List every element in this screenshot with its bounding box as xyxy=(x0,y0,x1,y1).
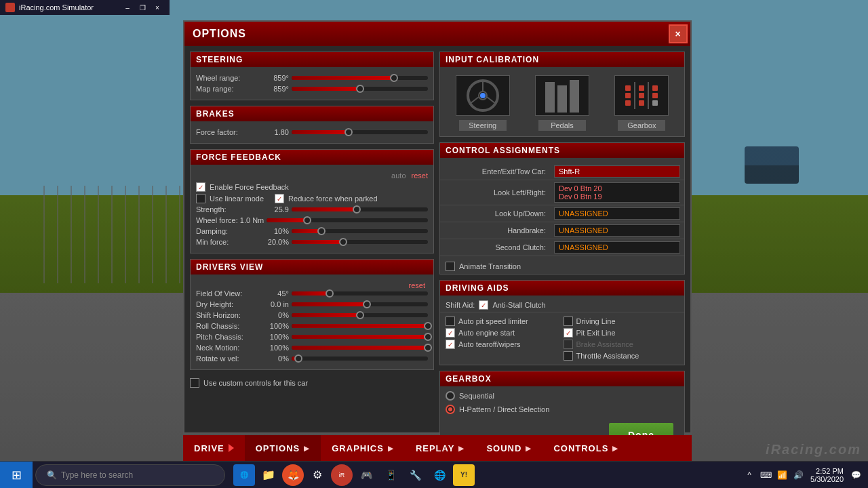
taskbar-icon-6[interactable]: 📱 xyxy=(380,464,401,486)
options-title: OPTIONS xyxy=(193,28,246,40)
wheel-force-slider[interactable] xyxy=(267,218,428,222)
pedal-bar-1 xyxy=(545,82,555,113)
start-icon: ⊞ xyxy=(12,468,22,483)
taskbar-icon-3[interactable]: 🦊 xyxy=(282,464,304,486)
drivers-view-reset[interactable]: reset xyxy=(196,281,428,289)
map-range-row: Map range: 859° xyxy=(196,85,428,93)
nav-graphics[interactable]: GRAPHICS ▶ xyxy=(321,435,405,461)
roll-chassis-value: 100% xyxy=(263,322,289,330)
nav-controls[interactable]: CONTROLS ▶ xyxy=(542,435,629,461)
taskbar-icon-1[interactable]: 🌐 xyxy=(233,464,255,486)
pitch-chassis-label: Pitch Chassis: xyxy=(196,333,260,341)
brake-assist-checkbox[interactable] xyxy=(564,340,573,349)
system-tray: ^ ⌨ 📶 🔊 xyxy=(743,468,805,482)
sequential-label: Sequential xyxy=(459,392,494,400)
pitch-chassis-slider[interactable] xyxy=(292,335,428,339)
nav-graphics-label: GRAPHICS xyxy=(332,443,384,453)
throttle-assist-checkbox[interactable] xyxy=(564,351,573,361)
assignment-label-4: Handbrake: xyxy=(440,222,550,239)
ff-reset-button[interactable]: reset xyxy=(412,171,428,180)
gear-divider xyxy=(634,82,635,109)
minimize-button[interactable]: – xyxy=(121,2,134,13)
hpattern-label: H-Pattern / Direct Selection xyxy=(459,405,549,413)
nav-controls-label: CONTROLS xyxy=(553,443,608,453)
gearbox-cal-button[interactable]: Gearbox xyxy=(614,75,669,131)
auto-pit-checkbox[interactable] xyxy=(446,317,455,326)
options-close-button[interactable]: × xyxy=(669,24,688,43)
pedal-bar-2 xyxy=(557,85,567,113)
taskbar-icon-9[interactable]: Y! xyxy=(453,464,475,486)
shift-horizon-slider[interactable] xyxy=(292,313,428,317)
taskbar-icon-7[interactable]: 🔧 xyxy=(404,464,426,486)
assignment-value-1[interactable]: Shft-R xyxy=(554,165,680,178)
tray-keyboard[interactable]: ⌨ xyxy=(759,468,772,482)
force-factor-fill xyxy=(292,130,349,134)
gearbox-cal-visual xyxy=(614,75,669,116)
restore-button[interactable]: ❐ xyxy=(136,2,149,13)
neck-motion-slider[interactable] xyxy=(292,346,428,350)
damping-slider[interactable] xyxy=(292,229,428,233)
assignment-value-2[interactable]: Dev 0 Btn 20Dev 0 Btn 19 xyxy=(554,182,680,203)
force-factor-row: Force factor: 1.80 xyxy=(196,128,428,136)
tray-volume[interactable]: 🔊 xyxy=(791,468,805,482)
strength-slider[interactable] xyxy=(292,207,428,211)
min-force-slider[interactable] xyxy=(292,240,428,244)
assignment-value-3[interactable]: UNASSIGNED xyxy=(554,207,680,220)
anti-stall-checkbox[interactable] xyxy=(479,300,488,310)
wheel-range-slider[interactable] xyxy=(292,76,428,80)
roll-chassis-slider[interactable] xyxy=(292,324,428,328)
fov-slider[interactable] xyxy=(292,291,428,296)
custom-controls-checkbox[interactable] xyxy=(190,378,199,388)
hpattern-radio[interactable] xyxy=(446,405,455,414)
pedals-cal-label: Pedals xyxy=(538,120,586,131)
force-factor-slider[interactable] xyxy=(292,130,428,134)
nav-drive[interactable]: DRIVE xyxy=(183,435,245,461)
neck-motion-value: 100% xyxy=(263,344,289,352)
start-button[interactable]: ⊞ xyxy=(0,462,33,489)
time-display: 2:52 PM 5/30/2020 xyxy=(810,467,844,483)
pit-exit-checkbox[interactable] xyxy=(564,328,573,338)
nav-replay[interactable]: REPLAY ▶ xyxy=(405,435,476,461)
tray-network[interactable]: 📶 xyxy=(775,468,789,482)
map-range-slider[interactable] xyxy=(292,87,428,91)
animate-transition-checkbox[interactable] xyxy=(446,262,455,271)
dry-height-slider[interactable] xyxy=(292,302,428,306)
wheel-range-thumb xyxy=(390,74,398,82)
shift-horizon-thumb xyxy=(356,311,364,319)
shift-aid-row: Shift Aid: Anti-Stall Clutch xyxy=(440,298,684,312)
auto-engine-row: Auto engine start xyxy=(446,328,561,338)
pedals-cal-button[interactable]: Pedals xyxy=(535,75,589,131)
map-range-fill xyxy=(292,87,360,91)
notification-icon[interactable]: 💬 xyxy=(849,468,863,482)
gear-dot xyxy=(639,85,644,91)
rotate-vel-slider[interactable] xyxy=(292,357,428,361)
animate-transition-row: Animate Transition xyxy=(440,259,684,274)
nav-options[interactable]: OPTIONS ▶ xyxy=(245,435,321,461)
sequential-radio[interactable] xyxy=(446,391,455,401)
window-close-button[interactable]: × xyxy=(151,2,164,13)
auto-tearoff-checkbox[interactable] xyxy=(446,340,455,349)
assignment-value-4[interactable]: UNASSIGNED xyxy=(554,224,680,237)
enable-ff-checkbox[interactable] xyxy=(196,182,205,192)
map-range-label: Map range: xyxy=(196,85,260,93)
driving-line-checkbox[interactable] xyxy=(564,317,573,326)
search-box[interactable]: 🔍 Type here to search xyxy=(35,464,225,486)
assignment-value-5[interactable]: UNASSIGNED xyxy=(554,241,680,253)
nav-sound[interactable]: SOUND ▶ xyxy=(475,435,542,461)
steering-cal-button[interactable]: Steering xyxy=(456,75,510,131)
reduce-force-checkbox[interactable] xyxy=(275,194,284,203)
taskbar-icon-5[interactable]: iR xyxy=(331,464,353,486)
linear-mode-checkbox[interactable] xyxy=(196,194,205,203)
gear-dot xyxy=(625,85,631,91)
taskbar-icon-2[interactable]: 📁 xyxy=(258,464,279,486)
taskbar-icon-4[interactable]: ⚙ xyxy=(307,464,328,486)
pitch-chassis-thumb xyxy=(424,333,432,341)
taskbar-icon-steam[interactable]: 🎮 xyxy=(355,464,377,486)
linear-mode-row: Use linear mode xyxy=(196,194,264,203)
pit-exit-label: Pit Exit Line xyxy=(576,329,616,337)
taskbar-icon-8[interactable]: 🌐 xyxy=(429,464,450,486)
auto-engine-checkbox[interactable] xyxy=(446,328,455,338)
pedals-cal-visual xyxy=(535,75,589,116)
steering-content: Wheel range: 859° Map range: 859° xyxy=(191,70,433,100)
tray-arrow[interactable]: ^ xyxy=(743,468,756,482)
